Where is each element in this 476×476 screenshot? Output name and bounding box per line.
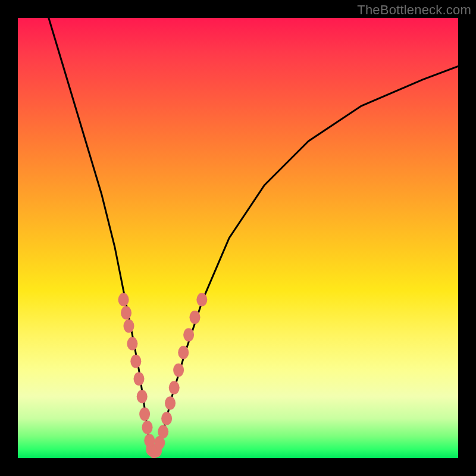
bottleneck-curve <box>49 18 458 452</box>
data-marker <box>127 337 137 350</box>
data-marker <box>169 381 180 394</box>
chart-frame: TheBottleneck.com <box>0 0 476 476</box>
data-marker <box>165 396 176 410</box>
data-marker <box>158 425 168 439</box>
data-marker <box>173 364 184 377</box>
data-marker <box>137 390 148 403</box>
watermark-text: TheBottleneck.com <box>357 2 471 18</box>
data-marker <box>189 311 200 324</box>
data-marker <box>161 412 172 425</box>
data-marker <box>130 355 141 368</box>
curve-markers <box>118 293 208 458</box>
data-marker <box>118 293 129 306</box>
curve-svg <box>18 18 458 458</box>
data-marker <box>196 293 207 306</box>
data-marker <box>142 421 153 434</box>
data-marker <box>134 372 145 386</box>
data-marker <box>178 346 189 359</box>
plot-area <box>18 18 458 458</box>
data-marker <box>123 320 134 333</box>
data-marker <box>183 328 194 342</box>
data-marker <box>139 408 150 421</box>
data-marker <box>121 306 131 320</box>
